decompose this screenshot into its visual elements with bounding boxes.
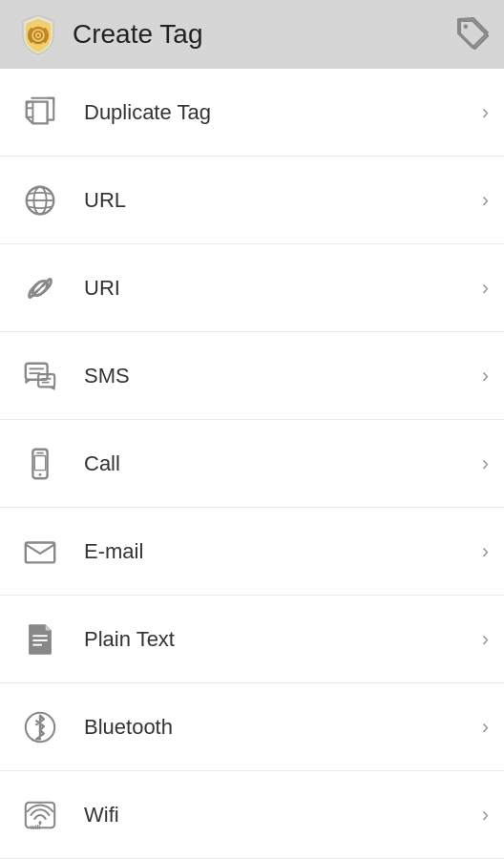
menu-item-label-url: URL — [84, 188, 482, 213]
svg-point-3 — [464, 25, 469, 30]
menu-item-duplicate-tag[interactable]: Duplicate Tag › — [0, 69, 504, 157]
svg-point-2 — [37, 34, 40, 37]
menu-item-email[interactable]: E-mail › — [0, 508, 504, 596]
menu-item-label-sms: SMS — [84, 364, 482, 388]
sms-icon — [15, 351, 65, 401]
svg-point-18 — [39, 472, 42, 475]
header-tag-icon[interactable] — [454, 15, 489, 53]
chevron-right-icon: › — [482, 715, 489, 740]
menu-item-sms[interactable]: SMS › — [0, 332, 504, 420]
nfc-shield-icon — [15, 11, 61, 57]
chevron-right-icon: › — [482, 188, 489, 213]
menu-item-wifi[interactable]: wifi Wifi › — [0, 771, 504, 859]
svg-text:wifi: wifi — [30, 824, 41, 830]
menu-item-label-email: E-mail — [84, 539, 482, 564]
menu-item-label-uri: URI — [84, 276, 482, 301]
app-header: Create Tag — [0, 0, 504, 69]
chevron-right-icon: › — [482, 364, 489, 388]
chevron-right-icon: › — [482, 803, 489, 828]
email-icon — [15, 527, 65, 576]
svg-rect-10 — [26, 363, 48, 379]
header-left: Create Tag — [15, 11, 202, 57]
chevron-right-icon: › — [482, 451, 489, 476]
menu-item-label-duplicate-tag: Duplicate Tag — [84, 100, 482, 125]
chevron-right-icon: › — [482, 627, 489, 652]
chevron-right-icon: › — [482, 276, 489, 301]
menu-item-uri[interactable]: URI › — [0, 244, 504, 332]
bluetooth-icon — [15, 702, 65, 752]
menu-item-label-wifi: Wifi — [84, 803, 482, 828]
svg-rect-19 — [34, 455, 45, 470]
plaintext-icon — [15, 615, 65, 664]
menu-list: Duplicate Tag › URL › URI › — [0, 69, 504, 859]
uri-icon — [15, 263, 65, 313]
chevron-right-icon: › — [482, 539, 489, 564]
menu-item-url[interactable]: URL › — [0, 157, 504, 244]
page-title: Create Tag — [73, 19, 202, 50]
url-icon — [15, 176, 65, 225]
menu-item-bluetooth[interactable]: Bluetooth › — [0, 683, 504, 771]
menu-item-label-bluetooth: Bluetooth — [84, 715, 482, 740]
wifi-icon: wifi — [15, 790, 65, 840]
menu-item-call[interactable]: Call › — [0, 420, 504, 508]
menu-item-plain-text[interactable]: Plain Text › — [0, 596, 504, 683]
chevron-right-icon: › — [482, 100, 489, 125]
menu-item-label-call: Call — [84, 451, 482, 476]
call-icon — [15, 439, 65, 489]
duplicate-tag-icon — [15, 88, 65, 137]
menu-item-label-plain-text: Plain Text — [84, 627, 482, 652]
